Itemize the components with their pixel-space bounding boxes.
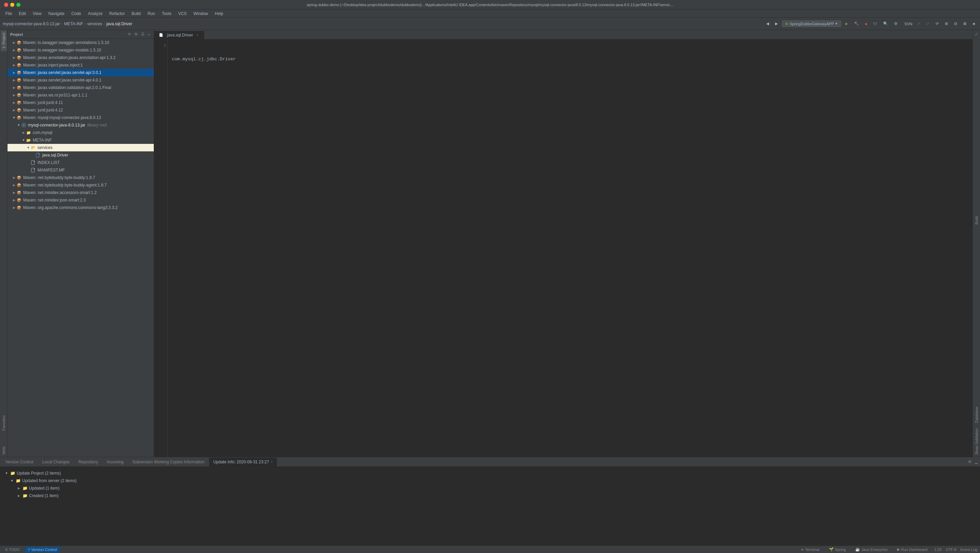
svn-action2[interactable]: ⊞	[943, 21, 950, 27]
expand-arrow-icon[interactable]: ▶	[11, 93, 16, 97]
tree-item-mysql-jar[interactable]: ▼ J mysql-connector-java-8.0.13.jar libr…	[8, 121, 154, 129]
stop-button[interactable]: ■	[863, 21, 870, 27]
tree-item-minidev-json[interactable]: ▶ 📦 Maven: net.minidev:json-smart:2.3	[8, 196, 154, 204]
tree-item-services[interactable]: ▼ 📂 services	[8, 144, 154, 151]
tree-item-mysql[interactable]: ▼ 📦 Maven: mysql:mysql-connector-java:8.…	[8, 114, 154, 121]
close-button[interactable]	[4, 3, 8, 7]
forward-button[interactable]: ▶	[773, 21, 780, 27]
svn-action5[interactable]: ◈	[970, 21, 977, 27]
bottom-tab-local-changes[interactable]: Local Changes	[38, 458, 74, 466]
menu-refactor[interactable]: Refactor	[107, 11, 127, 17]
tree-item-javax-ws[interactable]: ▶ 📦 Maven: javax.ws.rs:jsr311-api:1.1.1	[8, 91, 154, 99]
search-button[interactable]: 🔍	[881, 21, 890, 27]
bottom-tab-version-control[interactable]: Version Control	[2, 458, 38, 466]
status-tab-java-enterprise[interactable]: ☕ Java Enterprise	[853, 547, 890, 552]
settings-button[interactable]: ⚙	[892, 21, 899, 27]
sidebar-item-web[interactable]: Web	[1, 444, 7, 457]
vc-item-updated-from-server[interactable]: ▼ 📁 Updated from server (2 items)	[3, 477, 977, 485]
tree-item-bytebuddy-agent[interactable]: ▶ 📦 Maven: net.bytebuddy:byte-buddy-agen…	[8, 181, 154, 189]
menu-file[interactable]: File	[3, 11, 15, 17]
menu-run[interactable]: Run	[145, 11, 158, 17]
menu-help[interactable]: Help	[212, 11, 226, 17]
svn-commit-button[interactable]: ✓	[915, 21, 923, 27]
expand-arrow-icon[interactable]: ▶	[11, 63, 16, 67]
sidebar-item-favorites[interactable]: Favorites	[1, 413, 7, 433]
tree-item-javax-inject[interactable]: ▶ 📦 Maven: javax.inject:javax.inject:1	[8, 61, 154, 69]
tree-item-index-list[interactable]: INDEX.LIST	[8, 159, 154, 166]
menu-tools[interactable]: Tools	[159, 11, 174, 17]
right-tab-build[interactable]: Build	[974, 213, 979, 227]
expand-arrow-icon[interactable]: ▶	[11, 40, 16, 45]
breadcrumb-jar[interactable]: mysql-connector-java-8.0.13.jar	[3, 21, 60, 26]
expand-arrow-icon[interactable]: ▶	[11, 100, 16, 105]
menu-build[interactable]: Build	[129, 11, 143, 17]
menu-analyze[interactable]: Analyze	[85, 11, 105, 17]
tree-item-bytebuddy[interactable]: ▶ 📦 Maven: net.bytebuddy:byte-buddy:1.9.…	[8, 174, 154, 181]
expand-arrow-icon[interactable]: ▶	[11, 205, 16, 210]
bottom-tab-repository[interactable]: Repository	[74, 458, 102, 466]
expand-arrow-icon[interactable]: ▶	[11, 70, 16, 75]
tree-item-swagger-models[interactable]: ▶ 📦 Maven: io.swagger:swagger-models:1.5…	[8, 46, 154, 54]
event-log[interactable]: Event Log	[960, 548, 977, 551]
breadcrumb-metainf[interactable]: META-INF	[64, 21, 83, 26]
tree-item-javax-validation[interactable]: ▶ 📦 Maven: javax.validation:validation-a…	[8, 84, 154, 91]
menu-vcs[interactable]: VCS	[176, 11, 189, 17]
status-tab-terminal[interactable]: ▸ Terminal	[799, 547, 822, 552]
run-button[interactable]: ▶	[843, 21, 850, 27]
panel-close-btn[interactable]: ×	[147, 32, 151, 37]
tree-item-meta-inf[interactable]: ▼ 📂 META-INF	[8, 137, 154, 144]
right-tab-bean-validation[interactable]: Bean Validation	[974, 426, 979, 457]
svn-action1[interactable]: ⟳	[934, 21, 941, 27]
tree-item-junit-411[interactable]: ▶ 📦 Maven: junit:junit:4.11	[8, 99, 154, 106]
tab-close-icon[interactable]: ×	[195, 33, 200, 38]
expand-arrow-icon[interactable]: ▼	[26, 145, 31, 150]
tree-item-com-mysql[interactable]: ▶ 📁 com.mysql	[8, 129, 154, 137]
breadcrumb-driver[interactable]: java.sql.Driver	[107, 21, 132, 26]
tree-item-java-sql-driver[interactable]: java.sql.Driver	[8, 151, 154, 159]
coverage-button[interactable]: 🛡	[871, 21, 879, 27]
tree-item-javax-annotation[interactable]: ▶ 📦 Maven: javax.annotation:javax.annota…	[8, 54, 154, 61]
expand-arrow-icon[interactable]: ▼	[16, 123, 21, 127]
status-tab-run-dashboard[interactable]: ▶ Run Dashboard	[894, 547, 930, 552]
status-tab-todo[interactable]: 6 TODO	[3, 547, 22, 552]
expand-arrow-icon[interactable]: ▶	[11, 198, 16, 202]
bottom-tab-close-icon[interactable]: ×	[271, 460, 273, 464]
menu-window[interactable]: Window	[191, 11, 211, 17]
expand-arrow-icon[interactable]: ▶	[11, 175, 16, 180]
editor-tab-java-sql-driver[interactable]: 📄 java.sql.Driver ×	[154, 30, 204, 39]
tree-item-swagger-annotations[interactable]: ▶ 📦 Maven: io.swagger:swagger-annotation…	[8, 39, 154, 46]
sidebar-item-project[interactable]: 1: Project	[1, 30, 7, 51]
panel-refresh-btn[interactable]: ⟳	[127, 32, 132, 37]
svn-action4[interactable]: ⊠	[961, 21, 969, 27]
expand-arrow-icon[interactable]: ▶	[11, 183, 16, 188]
bottom-tab-svn-info[interactable]: Subversion Working Copies Information	[128, 458, 208, 466]
vc-item-update-project[interactable]: ▼ 📁 Update Project (2 items)	[3, 469, 977, 477]
menu-view[interactable]: View	[30, 11, 45, 17]
breadcrumb-services[interactable]: services	[87, 21, 102, 26]
expand-arrow-icon[interactable]: ▶	[11, 78, 16, 83]
back-button[interactable]: ◀	[764, 21, 771, 27]
tree-item-manifest[interactable]: MANIFEST.MF	[8, 166, 154, 174]
menu-edit[interactable]: Edit	[16, 11, 29, 17]
svn-action3[interactable]: ⊟	[952, 21, 959, 27]
tree-item-apache-commons[interactable]: ▶ 📦 Maven: org.apache.commons:commons-la…	[8, 204, 154, 211]
expand-arrow-icon[interactable]: ▶	[21, 130, 26, 135]
expand-arrow-icon[interactable]: ▶	[11, 190, 16, 195]
run-config-selector[interactable]: ▶ SpringDubboGatewayAPP ▾	[782, 21, 841, 27]
status-tab-version-control[interactable]: 9 Version Control	[25, 547, 60, 552]
vc-item-created-1[interactable]: ▶ 📁 Created (1 item)	[3, 492, 977, 499]
bottom-tab-update-info[interactable]: Update Info: 2020-08-31 23:27 ×	[209, 458, 277, 466]
build-button[interactable]: 🔨	[852, 21, 861, 27]
expand-arrow-icon[interactable]: ▶	[11, 108, 16, 113]
expand-arrow-icon[interactable]: ▼	[21, 138, 26, 143]
tree-item-minidev-accessors[interactable]: ▶ 📦 Maven: net.minidev:accessors-smart:1…	[8, 189, 154, 196]
menu-navigate[interactable]: Navigate	[46, 11, 67, 17]
expand-arrow-icon[interactable]: ▶	[11, 48, 16, 52]
status-tab-spring[interactable]: 🌱 Spring	[826, 547, 849, 552]
vc-item-updated-1[interactable]: ▶ 📁 Updated (1 item)	[3, 485, 977, 492]
tree-item-javax-servlet-4[interactable]: ▶ 📦 Maven: javax.servlet:javax.servlet-a…	[8, 76, 154, 84]
right-tab-database[interactable]: Database	[974, 404, 979, 426]
bottom-settings-button[interactable]: ⚙	[967, 459, 972, 464]
code-editor[interactable]: com.mysql.cj.jdbc.Driver	[168, 40, 972, 457]
tree-item-junit-412[interactable]: ▶ 📦 Maven: junit:junit:4.12	[8, 106, 154, 114]
